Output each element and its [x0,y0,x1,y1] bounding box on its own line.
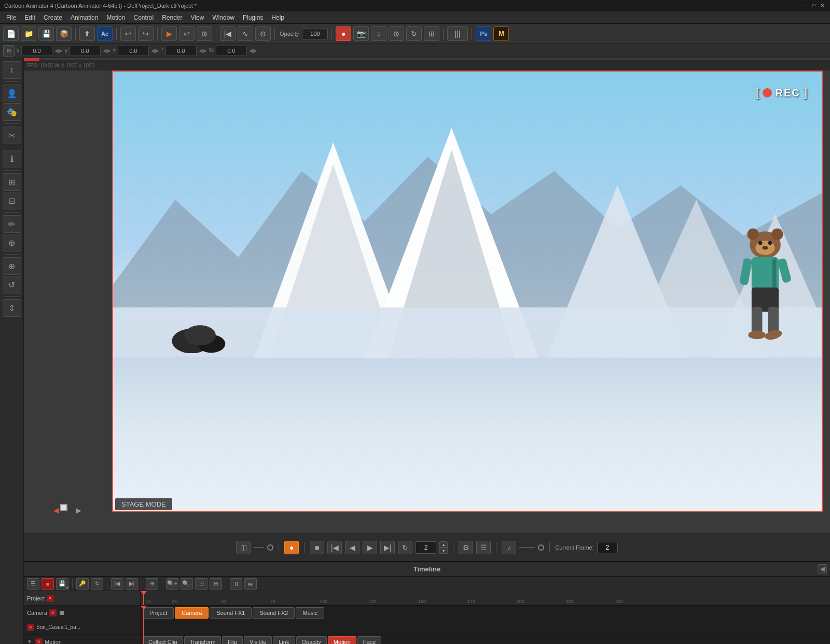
scrubber-knob[interactable] [60,504,67,511]
transform-button[interactable]: ⊕ [3,257,21,275]
transport-rewind-button[interactable]: |◀ [327,541,342,554]
minimize-button[interactable]: — [802,2,809,9]
tl-btn-key[interactable]: 🔑 [76,578,89,590]
y-field[interactable] [70,46,101,56]
menu-control[interactable]: Control [129,13,158,22]
save-button[interactable]: 💾 [38,26,54,41]
tool5-button[interactable]: ⊙ [255,26,271,41]
rot-field[interactable] [165,46,197,56]
new-button[interactable]: 📄 [3,26,19,41]
effect-button[interactable]: ⊛ [3,234,21,251]
ae-button[interactable]: Ae [97,26,113,41]
transport-loop-button[interactable]: ↻ [398,541,412,554]
puppet-button[interactable]: 🎭 [3,103,21,121]
m-button[interactable]: M [493,26,509,41]
menu-window[interactable]: Window [208,13,239,22]
paint-button[interactable]: ✏ [3,215,21,233]
z-field[interactable] [118,46,149,56]
tool2-button[interactable]: ⊕ [197,26,212,41]
menu-plugins[interactable]: Plugins [239,13,267,22]
tl-btn-step-fwd[interactable]: ▶| [126,578,138,590]
camera-close-button[interactable]: ✕ [49,609,57,617]
timeline-content[interactable]: 15 25 50 75 100 125 150 175 200 225 250 [141,591,830,644]
transport-extra-button[interactable]: ☰ [476,541,491,554]
collect-clip-button[interactable]: Collect Clip [143,636,183,645]
tl-zoom-fit[interactable]: ⊡ [195,578,208,590]
current-frame-input[interactable]: 2 [597,542,618,553]
transport-keyframe-button[interactable]: ◫ [236,541,251,554]
timeline-expand-button[interactable]: ◀ [818,564,827,573]
select-button[interactable]: ▶ [161,26,177,41]
transform-clip-button[interactable]: Transform [184,636,222,645]
tl-zoom-out[interactable]: 🔍- [181,578,193,590]
tool8-button[interactable]: ⊞ [424,26,439,41]
face-clip-button[interactable]: Face [357,636,381,645]
tab-sound-fx1[interactable]: Sound FX1 [210,607,252,619]
tab-music[interactable]: Music [296,607,324,619]
transport-stop-button[interactable]: ■ [310,541,324,554]
camera-side-button[interactable]: ⊡ [3,192,21,209]
transport-end-button[interactable]: ▶| [380,541,395,554]
menu-view[interactable]: View [187,13,209,22]
layer-button[interactable]: ⊞ [3,173,21,191]
viewport[interactable]: [ REC ] [112,71,823,512]
tl-btn-step-back[interactable]: |◀ [111,578,123,590]
son-close-button[interactable]: ✕ [27,624,34,631]
bone-button[interactable]: ✂ [3,127,21,144]
opacity-clip-button[interactable]: Opacity [296,636,327,645]
move-tool-button[interactable]: ↕ [3,61,21,79]
menu-help[interactable]: Help [267,13,288,22]
ps-button[interactable]: Ps [476,26,491,41]
visible-clip-button[interactable]: Visible [244,636,272,645]
settings-button[interactable]: ⚙ [459,541,473,554]
menu-edit[interactable]: Edit [20,13,39,22]
tl-zoom-frame[interactable]: ⊞ [210,578,222,590]
transport-record-button[interactable]: ● [284,541,299,554]
x-field[interactable] [21,46,52,56]
stretch-button[interactable]: ⇕ [3,299,21,317]
motion-close-button[interactable]: ✕ [35,638,43,645]
tool6-button[interactable]: ↕ [371,26,386,41]
tool4-button[interactable]: ∿ [238,26,253,41]
menu-file[interactable]: File [2,13,20,22]
transport-forward-button[interactable]: ▶ [363,541,377,554]
tl-btn-list[interactable]: ☰ [27,578,39,590]
menu-motion[interactable]: Motion [102,13,129,22]
tl-btn-save[interactable]: 💾 ▼ [56,578,68,590]
import-button[interactable]: 📦 [56,26,72,41]
menu-render[interactable]: Render [158,13,186,22]
tab-project[interactable]: Project [143,607,174,619]
menu-create[interactable]: Create [39,13,66,22]
scale-field[interactable] [216,46,247,56]
view1-button[interactable]: ||| [447,26,468,41]
open-button[interactable]: 📁 [21,26,36,41]
music-note-button[interactable]: ♪ [502,541,516,554]
tool7-button[interactable]: ⊕ [389,26,404,41]
tool3-button[interactable]: |◀ [220,26,236,41]
tl-btn-record[interactable]: ■ [42,578,54,590]
transport-back-button[interactable]: ◀ [345,541,359,554]
motion-clip-button[interactable]: Motion [328,636,356,645]
export-button[interactable]: ⬆ [79,26,95,41]
tl-zoom-in[interactable]: 🔍+ [166,578,178,590]
maximize-button[interactable]: □ [810,2,818,9]
tab-camera[interactable]: Camera [175,607,209,619]
redo-button[interactable]: ↪ [138,26,154,41]
tool1-button[interactable]: ↩ [179,26,195,41]
record-button[interactable]: ● [336,26,351,41]
menu-animation[interactable]: Animation [66,13,102,22]
character-button[interactable]: 👤 [3,85,21,102]
opacity-input[interactable] [302,28,328,39]
motion-collapse[interactable]: ▼ [27,639,32,644]
tab-sound-fx2[interactable]: Sound FX2 [253,607,295,619]
tl-btn-extra[interactable]: ⊕ [146,578,158,590]
frame-input[interactable]: 2 [416,541,436,554]
tl-btn-motion[interactable]: ↻ [91,578,103,590]
info-button[interactable]: ℹ [3,150,21,167]
tl-play-btn[interactable]: ⏭ [244,578,257,590]
link-clip-button[interactable]: Link [273,636,295,645]
tl-pause-btn[interactable]: ⏸ [230,578,242,590]
camera-button[interactable]: 📷 [353,26,369,41]
flip-clip-button[interactable]: Flip [222,636,243,645]
frame-stepper[interactable]: ▲ ▼ [439,541,448,554]
